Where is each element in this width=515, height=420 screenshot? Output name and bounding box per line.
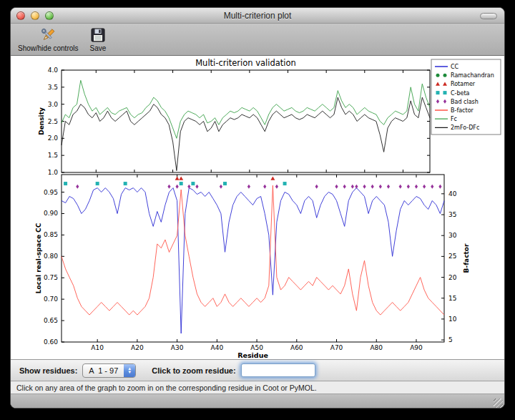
svg-text:Density: Density (38, 107, 45, 135)
residue-range-select[interactable]: A 1 - 97 ▲▼ (82, 363, 136, 378)
svg-text:Bad clash: Bad clash (451, 99, 479, 105)
svg-text:C-beta: C-beta (451, 90, 470, 97)
show-hide-controls-label: Show/hide controls (18, 44, 79, 52)
svg-text:Multi-criterion validation: Multi-criterion validation (195, 58, 296, 68)
window-controls (11, 11, 54, 20)
show-residues-label: Show residues: (19, 366, 77, 375)
multi-criterion-plot[interactable]: Multi-criterion validation1.01.52.02.53.… (11, 56, 505, 359)
controls-row: Show residues: A 1 - 97 ▲▼ Click to zoom… (11, 359, 504, 381)
svg-text:2.0: 2.0 (48, 135, 59, 142)
save-icon (90, 25, 106, 44)
svg-text:5: 5 (448, 336, 453, 343)
plot-area[interactable]: Multi-criterion validation1.01.52.02.53.… (11, 56, 504, 359)
svg-text:0.90: 0.90 (44, 210, 58, 217)
svg-text:3.0: 3.0 (48, 101, 59, 108)
svg-text:2.5: 2.5 (48, 118, 58, 125)
svg-text:Ramachandran: Ramachandran (451, 72, 494, 79)
svg-text:40: 40 (448, 190, 457, 197)
svg-text:Rotamer: Rotamer (451, 81, 476, 87)
svg-text:0.85: 0.85 (44, 231, 58, 238)
svg-text:1.5: 1.5 (48, 152, 58, 159)
save-label: Save (90, 44, 107, 52)
statusbar: Click on any area of the graph to zoom i… (11, 381, 504, 394)
status-text: Click on any area of the graph to zoom i… (16, 384, 317, 392)
svg-text:A50: A50 (250, 344, 263, 351)
svg-text:A60: A60 (290, 344, 303, 351)
svg-text:3.5: 3.5 (48, 84, 58, 91)
tools-icon (39, 25, 57, 44)
svg-text:A90: A90 (410, 344, 423, 351)
svg-text:0.75: 0.75 (44, 274, 58, 281)
svg-text:CC: CC (451, 64, 459, 70)
svg-text:A30: A30 (171, 344, 184, 351)
minimize-button[interactable] (31, 11, 39, 20)
svg-text:0.95: 0.95 (44, 189, 58, 196)
toolbar-toggle-button[interactable] (480, 13, 497, 19)
titlebar[interactable]: Multi-criterion plot (11, 8, 504, 24)
popup-arrows-icon: ▲▼ (124, 364, 135, 377)
svg-text:0.70: 0.70 (44, 296, 58, 303)
zoom-residue-input[interactable] (241, 363, 315, 377)
show-hide-controls-button[interactable]: Show/hide controls (18, 25, 79, 52)
svg-text:B-factor: B-factor (463, 243, 470, 273)
window-footer (11, 394, 504, 409)
svg-text:B-factor: B-factor (451, 107, 474, 114)
close-button[interactable] (16, 11, 25, 20)
svg-text:A40: A40 (211, 344, 224, 351)
app-window: Multi-criterion plot Show/hide controls (10, 7, 505, 409)
svg-text:A10: A10 (91, 344, 104, 351)
resize-grip[interactable] (494, 399, 503, 408)
svg-text:0.80: 0.80 (44, 253, 58, 260)
zoom-window-button[interactable] (45, 11, 54, 20)
svg-text:15: 15 (448, 295, 456, 302)
svg-text:Residue: Residue (237, 351, 268, 359)
svg-text:A20: A20 (131, 344, 144, 351)
svg-text:20: 20 (448, 274, 457, 281)
svg-text:35: 35 (448, 211, 456, 218)
svg-text:4.0: 4.0 (48, 67, 59, 74)
svg-text:Local real-space CC: Local real-space CC (35, 223, 42, 293)
toolbar: Show/hide controls Save (11, 24, 504, 56)
window-title: Multi-criterion plot (11, 11, 504, 21)
svg-text:1.0: 1.0 (48, 169, 59, 176)
svg-text:10: 10 (448, 316, 457, 323)
svg-text:A70: A70 (330, 344, 343, 351)
zoom-residue-label: Click to zoom residue: (152, 366, 235, 375)
svg-text:0.65: 0.65 (44, 317, 58, 324)
residue-range-value: A 1 - 97 (83, 364, 124, 377)
svg-text:30: 30 (448, 232, 457, 239)
svg-text:Fc: Fc (451, 116, 457, 122)
svg-text:25: 25 (448, 253, 456, 260)
svg-text:0.60: 0.60 (44, 338, 58, 346)
svg-text:A80: A80 (370, 344, 383, 351)
save-button[interactable]: Save (90, 25, 107, 52)
svg-text:2mFo-DFc: 2mFo-DFc (451, 124, 479, 131)
